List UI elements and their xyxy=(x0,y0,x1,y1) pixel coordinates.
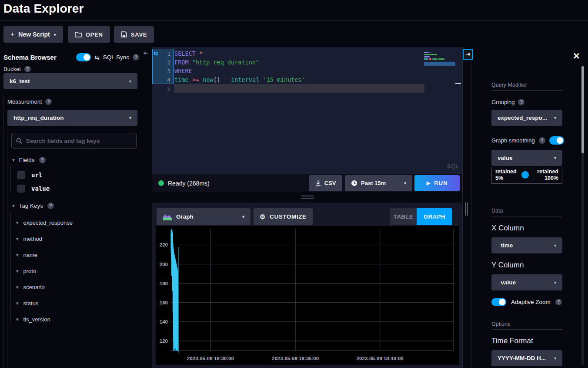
search-input[interactable] xyxy=(26,138,132,144)
grouping-label: Grouping xyxy=(491,99,514,105)
indent-guide xyxy=(10,167,11,194)
graph-smoothing-toggle[interactable] xyxy=(549,136,564,145)
time-range-label: Past 15m xyxy=(361,180,386,186)
bucket-dropdown[interactable]: k6_test ▾ xyxy=(3,73,137,89)
section-divider xyxy=(491,329,562,330)
x-column-dropdown[interactable]: _time ▾ xyxy=(491,237,562,253)
chevron-down-icon: ▾ xyxy=(16,236,19,242)
svg-text:200: 200 xyxy=(160,262,168,267)
sql-sync-label: SQL Sync xyxy=(103,54,129,61)
tag-key-row[interactable]: ▾expected_response xyxy=(16,215,138,231)
current-line-highlight xyxy=(174,84,424,93)
save-icon xyxy=(121,31,127,37)
sql-editor[interactable]: ⇆ 12345 SELECT *FROM "http_req_duration"… xyxy=(152,47,462,174)
field-row: value xyxy=(17,182,137,195)
chevron-down-icon: ▾ xyxy=(554,356,556,361)
open-label: OPEN xyxy=(86,31,103,38)
customize-label: CUSTOMIZE xyxy=(270,213,307,220)
tag-key-row[interactable]: ▾status xyxy=(16,295,138,311)
view-type-dropdown[interactable]: Graph ▾ xyxy=(157,208,251,225)
query-modifier-header: Query Modifier xyxy=(491,82,527,88)
tag-key-row[interactable]: ▾proto xyxy=(16,263,138,279)
adaptive-zoom-help-icon[interactable]: ? xyxy=(555,299,562,305)
time-series-chart[interactable]: 1201401601802002202023-05-09 18:30:00202… xyxy=(156,226,459,365)
y-column-value: _value xyxy=(498,279,516,286)
tab-graph[interactable]: GRAPH xyxy=(417,208,452,225)
run-button[interactable]: ▶ RUN xyxy=(414,175,460,191)
chevron-down-icon: ▾ xyxy=(16,252,19,258)
status-text: Ready (268ms) xyxy=(168,180,210,187)
save-button[interactable]: SAVE xyxy=(114,26,154,43)
tag-keys-help-icon[interactable]: ? xyxy=(47,203,54,209)
x-column-value: _time xyxy=(498,242,513,249)
open-button[interactable]: OPEN xyxy=(68,26,110,43)
time-range-dropdown[interactable]: Past 15m ▾ xyxy=(345,175,412,191)
line-number: 5 xyxy=(152,85,170,92)
data-header: Data xyxy=(491,208,503,214)
grouping-dropdown[interactable]: expected_respo... ▾ xyxy=(491,110,562,126)
editor-scroll-indicator[interactable] xyxy=(455,83,461,84)
tag-key-row[interactable]: ▾tls_version xyxy=(16,311,138,327)
graph-smoothing-help-icon[interactable]: ? xyxy=(539,137,545,144)
folder-open-icon xyxy=(75,31,82,37)
bucket-help-icon[interactable]: ? xyxy=(24,66,31,72)
results-panel: Graph ▾ ⚙ CUSTOMIZE TABLE GRAPH 12014016… xyxy=(152,203,462,368)
fields-label: Fields xyxy=(19,157,35,163)
adaptive-zoom-toggle[interactable] xyxy=(491,298,506,306)
language-badge: SQL xyxy=(447,163,459,169)
field-label: value xyxy=(31,185,50,192)
status-ok-dot xyxy=(158,180,164,186)
customize-button[interactable]: ⚙ CUSTOMIZE xyxy=(254,208,313,225)
tag-keys-group-header[interactable]: ▾ Tag Keys ? xyxy=(12,203,54,209)
measurement-help-icon[interactable]: ? xyxy=(45,98,52,105)
grouping-help-icon[interactable]: ? xyxy=(518,99,525,105)
fields-group-header[interactable]: ▾ Fields ? xyxy=(12,157,46,163)
graph-type-icon xyxy=(163,213,172,221)
close-panel-icon[interactable]: × xyxy=(573,51,580,61)
time-format-dropdown[interactable]: YYYY-MM-DD H... ▾ xyxy=(491,350,562,366)
horizontal-resize-handle[interactable] xyxy=(301,196,314,200)
save-label: SAVE xyxy=(131,31,147,38)
time-format-label: Time Format xyxy=(491,337,533,345)
vertical-resize-handle[interactable] xyxy=(465,203,468,216)
fields-list: urlvalue xyxy=(17,168,137,195)
chevron-down-icon: ▾ xyxy=(404,181,406,186)
schema-browser-title: Schema Browser xyxy=(3,54,57,61)
measurement-dropdown[interactable]: http_req_duration ▾ xyxy=(7,110,137,126)
line-number: 1 xyxy=(152,51,170,57)
collapse-sidebar-icon[interactable]: ⇤ xyxy=(144,49,149,56)
retained-slider-handle[interactable] xyxy=(521,171,529,179)
minimap-selection xyxy=(424,62,455,66)
time-format-value: YYYY-MM-DD H... xyxy=(498,355,546,361)
sql-sync-toggle[interactable] xyxy=(76,53,91,61)
field-checkbox[interactable] xyxy=(17,185,25,192)
scrollbar-thumb[interactable] xyxy=(581,66,584,153)
tab-table[interactable]: TABLE xyxy=(390,208,417,225)
download-icon xyxy=(315,180,321,186)
smoothing-column-dropdown[interactable]: value ▾ xyxy=(491,150,562,166)
measurement-value: http_req_duration xyxy=(13,115,64,121)
editor-minimap[interactable] xyxy=(424,49,458,115)
sql-sync-help-icon[interactable]: ? xyxy=(133,54,139,61)
retained-right-label: retained xyxy=(537,169,558,175)
smoothing-column-value: value xyxy=(498,155,513,161)
tag-key-row[interactable]: ▾name xyxy=(16,247,138,263)
tag-key-label: status xyxy=(23,300,39,307)
svg-text:2023-05-09 18:30:00: 2023-05-09 18:30:00 xyxy=(187,356,234,361)
options-header: Options xyxy=(491,321,510,327)
svg-text:120: 120 xyxy=(160,338,168,344)
indent-guide xyxy=(10,213,11,322)
tag-key-row[interactable]: ▾method xyxy=(16,231,138,247)
y-column-dropdown[interactable]: _value ▾ xyxy=(491,274,562,290)
schema-search xyxy=(11,133,137,149)
new-script-button[interactable]: + New Script ▾ xyxy=(3,26,63,43)
fields-help-icon[interactable]: ? xyxy=(39,157,46,163)
csv-download-button[interactable]: CSV xyxy=(309,175,342,191)
chevron-down-icon: ▾ xyxy=(16,284,19,290)
tag-key-row[interactable]: ▾scenario xyxy=(16,279,138,295)
tag-key-label: tls_version xyxy=(23,316,50,323)
x-column-label: X Column xyxy=(491,224,524,233)
adaptive-zoom-label: Adaptive Zoom xyxy=(511,299,551,305)
svg-text:2023-05-09 18:40:00: 2023-05-09 18:40:00 xyxy=(357,356,404,361)
field-checkbox[interactable] xyxy=(17,171,25,179)
